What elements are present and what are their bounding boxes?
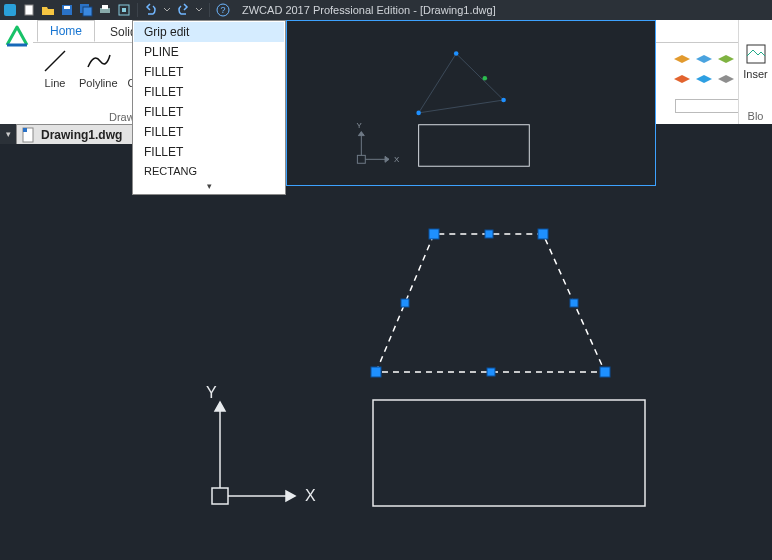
svg-text:?: ?: [220, 5, 225, 15]
svg-point-21: [483, 76, 488, 81]
app-menu-icon[interactable]: [2, 2, 18, 18]
layer-icon[interactable]: [716, 73, 736, 89]
preview-polyline: [419, 54, 504, 113]
grip-midpoint[interactable]: [485, 230, 493, 238]
history-item[interactable]: FILLET: [134, 62, 284, 82]
grip-vertex[interactable]: [371, 367, 381, 377]
layer-icon[interactable]: [716, 53, 736, 69]
undo-icon[interactable]: [143, 2, 159, 18]
block-group-label: Blo: [739, 110, 772, 122]
history-item[interactable]: FILLET: [134, 142, 284, 162]
grip-vertex[interactable]: [538, 229, 548, 239]
redo-dropdown-icon[interactable]: [194, 2, 204, 18]
svg-rect-5: [83, 7, 92, 16]
app-logo[interactable]: [0, 20, 33, 124]
svg-point-18: [416, 111, 421, 116]
svg-rect-0: [4, 4, 16, 16]
redo-icon[interactable]: [175, 2, 191, 18]
tab-home[interactable]: Home: [37, 20, 95, 42]
new-file-icon[interactable]: [21, 2, 37, 18]
help-icon[interactable]: ?: [215, 2, 231, 18]
insert-label: Inser: [743, 68, 767, 80]
tool-polyline[interactable]: Polyline: [79, 47, 118, 89]
history-item[interactable]: RECTANG: [134, 162, 284, 180]
group-title-draw: Draw: [109, 109, 135, 123]
doc-tab-menu[interactable]: ▾: [0, 124, 16, 144]
svg-rect-9: [122, 8, 126, 12]
history-item[interactable]: PLINE: [134, 42, 284, 62]
doc-tab[interactable]: Drawing1.dwg: [16, 124, 133, 144]
grip-midpoint[interactable]: [487, 368, 495, 376]
svg-rect-24: [212, 488, 228, 504]
history-item[interactable]: FILLET: [134, 102, 284, 122]
preview-rectangle: [419, 125, 530, 166]
history-item[interactable]: Grip edit: [134, 22, 284, 42]
svg-rect-3: [64, 6, 70, 9]
save-icon[interactable]: [59, 2, 75, 18]
chevron-down-icon[interactable]: ▾: [134, 180, 284, 193]
svg-rect-7: [102, 5, 108, 9]
grip-midpoint[interactable]: [401, 299, 409, 307]
window-title: ZWCAD 2017 Professional Edition - [Drawi…: [242, 4, 496, 16]
preview-ucs-icon: [357, 132, 389, 164]
layer-icon[interactable]: [694, 53, 714, 69]
grip-midpoint[interactable]: [570, 299, 578, 307]
svg-rect-1: [25, 5, 33, 15]
tool-line-label: Line: [45, 77, 66, 89]
svg-rect-15: [357, 155, 365, 163]
doc-tab-label: Drawing1.dwg: [41, 128, 122, 142]
layer-icon[interactable]: [694, 73, 714, 89]
tool-line[interactable]: Line: [41, 47, 69, 89]
svg-point-19: [454, 51, 459, 56]
undo-preview-flyout: X Y: [286, 20, 656, 186]
undo-history-dropdown: Grip edit PLINE FILLET FILLET FILLET FIL…: [132, 20, 286, 195]
axis-y-label: Y: [206, 384, 217, 401]
dwg-file-icon: [21, 127, 37, 143]
svg-point-20: [501, 98, 506, 103]
open-folder-icon[interactable]: [40, 2, 56, 18]
layer-icon[interactable]: [672, 73, 692, 89]
preview-axis-y-label: Y: [356, 121, 362, 130]
drawing-canvas[interactable]: X Y: [0, 144, 772, 560]
insert-icon[interactable]: [744, 42, 768, 66]
title-bar: ? ZWCAD 2017 Professional Edition - [Dra…: [0, 0, 772, 20]
history-item[interactable]: FILLET: [134, 122, 284, 142]
saveall-icon[interactable]: [78, 2, 94, 18]
svg-rect-23: [23, 128, 27, 132]
ribbon-group-insert: Inser Blo: [738, 20, 772, 124]
print-icon[interactable]: [97, 2, 113, 18]
grip-vertex[interactable]: [429, 229, 439, 239]
axis-x-label: X: [305, 487, 316, 504]
tool-polyline-label: Polyline: [79, 77, 118, 89]
plot-icon[interactable]: [116, 2, 132, 18]
history-item[interactable]: FILLET: [134, 82, 284, 102]
shape-rectangle[interactable]: [373, 400, 645, 506]
ucs-icon: [212, 402, 295, 504]
layer-icon[interactable]: [672, 53, 692, 69]
svg-line-12: [45, 51, 65, 71]
preview-axis-x-label: X: [394, 155, 400, 164]
grip-vertex[interactable]: [600, 367, 610, 377]
undo-dropdown-icon[interactable]: [162, 2, 172, 18]
